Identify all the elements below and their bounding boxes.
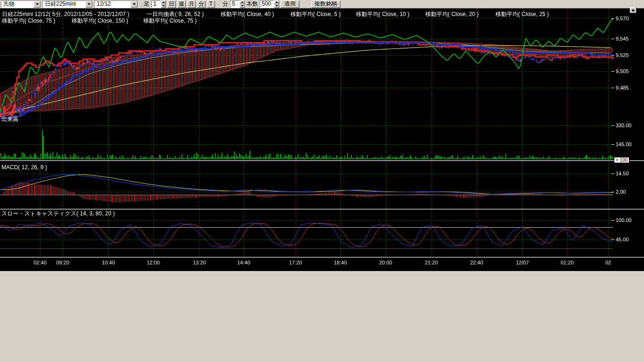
spin-down-button[interactable] bbox=[274, 4, 279, 8]
bar-count-value: 500 bbox=[260, 0, 274, 8]
timeframe-minute-button[interactable]: 分 bbox=[197, 0, 206, 8]
instrument-type-dropdown-button[interactable] bbox=[33, 1, 41, 8]
multi-symbol-button[interactable]: 複数銘柄 bbox=[311, 0, 340, 8]
bar-interval-value: 1 bbox=[151, 0, 161, 8]
up-arrow-icon bbox=[241, 1, 244, 3]
symbol-dropdown-button[interactable] bbox=[85, 1, 92, 8]
symbol-combo[interactable]: 日経225mini bbox=[42, 0, 93, 8]
timeframe-day-button[interactable]: 日 bbox=[167, 0, 176, 8]
chart-area: 日経225mini 12/12( 5分, 2012/12/05 - 2012/1… bbox=[0, 8, 644, 271]
up-arrow-icon bbox=[631, 9, 635, 11]
contract-month-value: 12/12 bbox=[95, 1, 131, 8]
spin-down-button[interactable] bbox=[239, 4, 245, 8]
timeframe-tick-button[interactable]: T bbox=[207, 0, 215, 8]
timeframe-week-button[interactable]: 週 bbox=[177, 0, 186, 8]
instrument-type-value: 先物 bbox=[1, 1, 33, 8]
symbol-value: 日経225mini bbox=[43, 1, 85, 8]
down-arrow-icon bbox=[275, 5, 278, 7]
spin-up-button[interactable] bbox=[274, 0, 279, 4]
chevron-down-icon bbox=[36, 3, 39, 5]
timeframe-month-button[interactable]: 月 bbox=[187, 0, 196, 8]
spin-up-button[interactable] bbox=[239, 0, 245, 4]
up-arrow-icon bbox=[162, 1, 165, 3]
minute-spinner[interactable]: 5 bbox=[230, 0, 245, 8]
bar-interval-spinner[interactable]: 1 bbox=[151, 0, 166, 8]
instrument-type-combo[interactable]: 先物 bbox=[1, 0, 41, 8]
scroll-up-button[interactable] bbox=[630, 7, 636, 13]
chevron-down-icon bbox=[133, 3, 136, 5]
bar-count-spinner[interactable]: 500 bbox=[260, 0, 279, 8]
down-arrow-icon bbox=[162, 5, 165, 7]
minute-label: 分 bbox=[222, 0, 229, 8]
spin-down-button[interactable] bbox=[161, 4, 166, 8]
up-arrow-icon bbox=[275, 1, 278, 3]
apply-button[interactable]: 適用 bbox=[281, 0, 299, 8]
toolbar: 先物 日経225mini 12/12 足 1 日 週 月 分 T 分 5 本数 … bbox=[0, 0, 644, 8]
minute-value: 5 bbox=[230, 0, 239, 8]
chart-canvas[interactable] bbox=[0, 8, 644, 271]
spin-up-button[interactable] bbox=[161, 0, 166, 4]
bar-count-label: 本数 bbox=[246, 0, 258, 8]
contract-month-dropdown-button[interactable] bbox=[131, 1, 138, 8]
down-arrow-icon bbox=[241, 5, 244, 7]
bar-type-label: 足 bbox=[143, 0, 150, 8]
chevron-down-icon bbox=[88, 3, 91, 5]
contract-month-combo[interactable]: 12/12 bbox=[94, 0, 138, 8]
